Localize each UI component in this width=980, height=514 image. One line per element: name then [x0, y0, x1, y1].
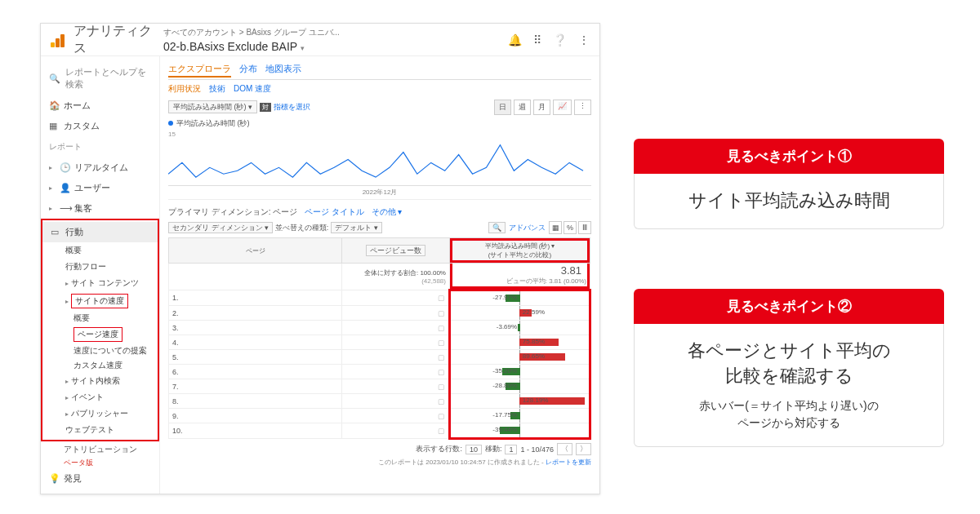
breadcrumb[interactable]: すべてのアカウント > BAsixs グループ ユニバ... 02-b.BAsi… — [163, 27, 508, 53]
table-row[interactable]: 5. ▢ 89.65% — [169, 350, 590, 365]
table-row[interactable]: 9. ▢ -17.75% — [169, 409, 590, 423]
breadcrumb-main[interactable]: 02-b.BAsixs Exclude BAIP — [163, 40, 508, 53]
time-week-button[interactable]: 週 — [514, 100, 531, 115]
nav-behavior-flow[interactable]: 行動フロー — [42, 259, 158, 275]
row-bar-cell: -3.69% — [449, 321, 590, 335]
nav-speed-suggestions[interactable]: 速度についての提案 — [42, 343, 158, 358]
time-day-button[interactable]: 日 — [494, 100, 511, 115]
metric-selector[interactable]: 平均読み込み時間 (秒) ▾ — [168, 100, 257, 113]
sort-dropdown[interactable]: デフォルト ▾ — [331, 222, 382, 233]
rows-per-page-select[interactable]: 10 — [466, 445, 482, 454]
callout-1-body: サイト平均読み込み時間 — [643, 188, 935, 214]
th-metric[interactable]: 平均読み込み時間 (秒) ▾ (サイト平均との比較) — [449, 238, 590, 264]
subtab-tech[interactable]: 技術 — [209, 83, 225, 95]
clock-icon: 🕒 — [60, 162, 69, 173]
row-bar-cell: 89.65% — [449, 350, 590, 365]
row-pv-cell: ▢ — [342, 350, 450, 365]
row-pv-cell: ▢ — [342, 335, 450, 350]
app-title: アナリティクス — [74, 23, 163, 57]
ga-logo-icon — [51, 33, 65, 47]
behavior-icon: ▭ — [51, 227, 60, 237]
chart-y-tick: 15 — [168, 131, 176, 138]
nav-behavior-overview[interactable]: 概要 — [42, 242, 158, 259]
acquisition-icon: ⟶ — [60, 203, 69, 214]
view-percent-icon[interactable]: % — [564, 221, 577, 234]
subtab-dom[interactable]: DOM 速度 — [234, 83, 271, 95]
report-tabs: エクスプローラ 分布 地図表示 — [168, 63, 591, 80]
nav-publisher[interactable]: パブリッシャー — [42, 405, 158, 422]
row-bar-cell: -39.44% — [449, 423, 590, 439]
nav-user[interactable]: 👤ユーザー — [41, 178, 159, 198]
table-row[interactable]: 7. ▢ -28.80% — [169, 379, 590, 394]
row-index: 7. — [169, 379, 342, 394]
nav-attribution[interactable]: アトリビューション — [41, 441, 159, 458]
table-row[interactable]: 8. ▢ 128.19% — [169, 394, 590, 409]
nav-site-speed[interactable]: サイトの速度 — [42, 291, 158, 311]
search-placeholder: レポートとヘルプを検索 — [65, 66, 151, 91]
row-index: 6. — [169, 365, 342, 379]
row-index: 5. — [169, 350, 342, 365]
sidebar-search[interactable]: 🔍 レポートとヘルプを検索 — [41, 61, 159, 95]
pd-other[interactable]: その他 ▾ — [372, 207, 403, 216]
view-table-icon[interactable]: ▦ — [549, 221, 562, 234]
prev-page-button[interactable]: 〈 — [557, 443, 572, 455]
time-month-button[interactable]: 月 — [533, 100, 550, 115]
apps-icon[interactable]: ⠿ — [533, 33, 541, 47]
nav-acquisition[interactable]: ⟶集客 — [41, 198, 159, 219]
table-row[interactable]: 4. ▢ 75.85% — [169, 335, 590, 350]
tab-map[interactable]: 地図表示 — [265, 63, 301, 78]
nav-speed-overview[interactable]: 概要 — [42, 311, 158, 326]
pd-page-title[interactable]: ページ タイトル — [305, 207, 364, 216]
nav-home[interactable]: 🏠ホーム — [41, 95, 159, 116]
nav-page-speed[interactable]: ページ速度 — [42, 326, 158, 343]
next-page-button[interactable]: 〉 — [576, 443, 591, 455]
row-index: 3. — [169, 321, 342, 335]
search-icon: 🔍 — [49, 73, 60, 84]
row-index: 4. — [169, 335, 342, 350]
refresh-report-link[interactable]: レポートを更新 — [546, 459, 591, 466]
th-page[interactable]: ページ — [169, 238, 342, 264]
nav-beta-label: ベータ版 — [41, 458, 159, 468]
tab-distribution[interactable]: 分布 — [239, 63, 257, 78]
nav-realtime[interactable]: 🕒リアルタイム — [41, 157, 159, 178]
select-metric-link[interactable]: 指標を選択 — [274, 103, 310, 111]
page-range: 1 - 10/476 — [520, 445, 554, 454]
pagination: 表示する行数: 10 移動: 1 1 - 10/476 〈 〉 — [168, 443, 591, 455]
row-bar-cell: 128.19% — [449, 394, 590, 409]
row-pv-cell: ▢ — [342, 394, 450, 409]
th-pageviews[interactable]: ページビュー数 — [342, 238, 450, 264]
nav-webtest[interactable]: ウェブテスト — [42, 422, 158, 438]
sub-tabs: 利用状況 技術 DOM 速度 — [168, 83, 591, 95]
table-row[interactable]: 1. ▢ -27.97% — [169, 290, 590, 306]
callout-2-body-main: 各ページとサイト平均の比較を確認する — [643, 339, 935, 389]
nav-site-search[interactable]: サイト内検索 — [42, 373, 158, 389]
row-pv-cell: ▢ — [342, 365, 450, 379]
table-search-button[interactable]: 🔍 — [488, 222, 506, 233]
nav-behavior[interactable]: ▭行動 — [42, 222, 158, 242]
table-row[interactable]: 6. ▢ -35.20% — [169, 365, 590, 379]
nav-custom[interactable]: ▦カスタム — [41, 116, 159, 136]
more-icon[interactable]: ⋮ — [578, 33, 590, 47]
advance-link[interactable]: アドバンス — [509, 223, 546, 233]
nav-events[interactable]: イベント — [42, 389, 158, 405]
sort-label: 並べ替えの種類: — [275, 224, 329, 232]
nav-admin[interactable]: ⚙管理 — [41, 489, 159, 494]
help-icon[interactable]: ❔ — [553, 33, 567, 47]
nav-custom-speed[interactable]: カスタム速度 — [42, 358, 158, 373]
view-graph-icon[interactable]: Ⅲ — [578, 221, 591, 234]
secondary-dimension-dropdown[interactable]: セカンダリ ディメンション ▾ — [168, 222, 273, 233]
table-row[interactable]: 2. ▢ 22.59% — [169, 306, 590, 321]
subtab-usage[interactable]: 利用状況 — [168, 83, 201, 95]
bell-icon[interactable]: 🔔 — [508, 33, 522, 47]
chart-type-button[interactable]: 📈 — [553, 100, 572, 115]
nav-site-content[interactable]: サイト コンテンツ — [42, 275, 158, 291]
chart-options-button[interactable]: ⋮ — [574, 100, 591, 115]
table-row[interactable]: 3. ▢ -3.69% — [169, 321, 590, 335]
nav-discover[interactable]: 💡発見 — [41, 468, 159, 489]
tab-explorer[interactable]: エクスプローラ — [168, 63, 231, 78]
chart-x-label: 2022年12月 — [168, 188, 591, 197]
table-row[interactable]: 10. ▢ -39.44% — [169, 423, 590, 439]
callout-2-header: 見るべきポイント② — [634, 289, 944, 324]
page-jump-input[interactable]: 1 — [505, 445, 517, 454]
vs-label: 対 — [260, 103, 271, 112]
